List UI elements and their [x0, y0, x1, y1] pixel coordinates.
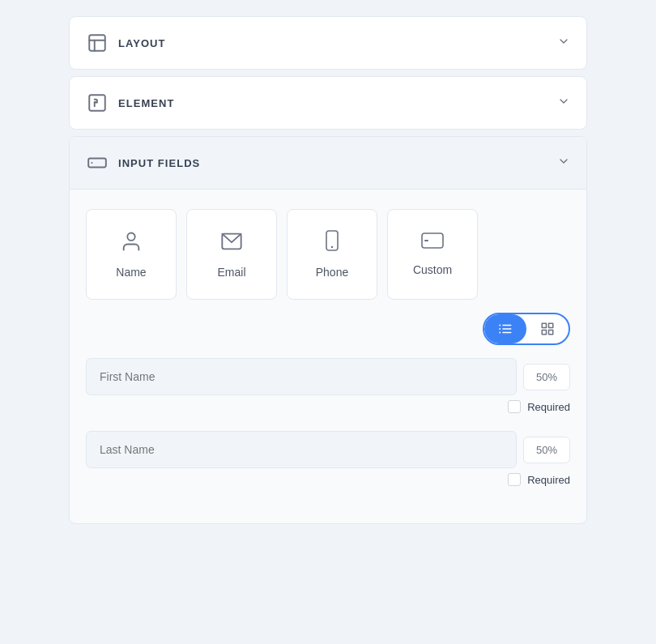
phone-icon	[322, 230, 342, 258]
view-toggle-row	[70, 313, 586, 358]
input-fields-section: INPUT FIELDS Name	[69, 136, 587, 524]
input-fields-header-left: INPUT FIELDS	[86, 151, 200, 174]
first-name-required-label: Required	[527, 401, 570, 413]
first-name-input[interactable]	[86, 358, 517, 395]
field-type-custom[interactable]: Custom	[387, 209, 478, 300]
first-name-input-row: 50%	[86, 358, 570, 395]
last-name-required-label: Required	[527, 474, 570, 486]
layout-title: LAYOUT	[118, 37, 166, 49]
field-type-custom-label: Custom	[413, 263, 452, 276]
field-type-phone-label: Phone	[316, 266, 348, 279]
person-icon	[120, 230, 143, 258]
last-name-width[interactable]: 50%	[523, 437, 570, 463]
field-types-grid: Name Email	[70, 190, 586, 313]
element-chevron	[557, 95, 570, 111]
input-fields-icon	[86, 151, 109, 174]
svg-point-6	[127, 233, 134, 241]
svg-rect-4	[88, 159, 106, 168]
input-fields-chevron	[557, 155, 570, 171]
svg-rect-18	[542, 323, 546, 327]
first-name-row: 50% Required	[86, 358, 570, 428]
main-container: LAYOUT ELEMENT	[69, 16, 587, 524]
svg-rect-19	[549, 323, 553, 327]
last-name-input-row: 50%	[86, 431, 570, 468]
first-name-width[interactable]: 50%	[523, 364, 570, 390]
layout-icon	[86, 32, 109, 54]
field-type-name[interactable]: Name	[86, 209, 177, 300]
field-type-email[interactable]: Email	[186, 209, 277, 300]
last-name-input[interactable]	[86, 431, 517, 468]
layout-header-left: LAYOUT	[86, 32, 166, 54]
form-fields: 50% Required 50% Required	[70, 358, 586, 523]
svg-rect-21	[549, 331, 553, 335]
list-view-button[interactable]	[484, 314, 526, 343]
element-icon	[86, 92, 109, 114]
element-section: ELEMENT	[69, 76, 587, 130]
element-title: ELEMENT	[118, 97, 174, 109]
email-icon	[220, 230, 243, 258]
last-name-row: 50% Required	[86, 431, 570, 501]
field-type-name-label: Name	[116, 266, 146, 279]
svg-rect-0	[89, 35, 105, 51]
input-fields-header[interactable]: INPUT FIELDS	[70, 137, 586, 190]
layout-chevron	[557, 35, 570, 51]
input-fields-title: INPUT FIELDS	[118, 157, 200, 169]
last-name-required-row: Required	[86, 473, 570, 486]
view-toggle	[483, 313, 570, 345]
first-name-required-row: Required	[86, 400, 570, 413]
layout-header[interactable]: LAYOUT	[70, 17, 586, 69]
first-name-required-checkbox[interactable]	[508, 400, 521, 413]
element-header-left: ELEMENT	[86, 92, 174, 114]
element-header[interactable]: ELEMENT	[70, 77, 586, 129]
layout-section: LAYOUT	[69, 16, 587, 70]
field-type-email-label: Email	[217, 266, 245, 279]
grid-view-button[interactable]	[526, 314, 569, 343]
custom-icon	[421, 232, 444, 255]
svg-rect-20	[542, 331, 546, 335]
field-type-phone[interactable]: Phone	[287, 209, 377, 300]
last-name-required-checkbox[interactable]	[508, 473, 521, 486]
